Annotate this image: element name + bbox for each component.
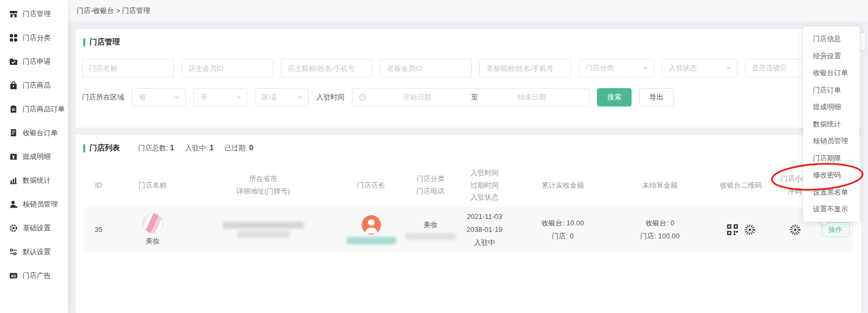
sidebar-item-store-category[interactable]: 门店分类	[0, 26, 68, 50]
sidebar-item-store-ads[interactable]: AD 门店广告	[0, 264, 68, 288]
main-content: 门店-收银台 > 门店管理 门店管理 门店分类 入驻状态	[68, 0, 868, 313]
chevron-down-icon	[726, 65, 731, 71]
redacted-address-line2	[238, 231, 289, 238]
redacted-manager-name	[347, 237, 396, 244]
select-placeholder: 市	[200, 92, 207, 102]
shopping-bag-icon	[9, 81, 18, 90]
person-icon	[9, 200, 18, 209]
action-dropdown-menu: 门店信息 经营设置 收银台订单 门店订单 提成明细 数据统计 核销员管理 门店期…	[803, 26, 859, 222]
cell-category: 美妆	[408, 219, 453, 239]
qr-code-icon[interactable]	[727, 224, 738, 236]
receipt-icon	[9, 129, 18, 137]
col-header-store-name: 门店名称	[113, 179, 192, 192]
redacted-phone	[406, 233, 456, 240]
select-placeholder: 入驻状态	[669, 63, 697, 73]
miniprogram-code-icon[interactable]	[744, 224, 756, 236]
chevron-down-icon	[643, 65, 648, 71]
ad-badge-icon: AD	[9, 271, 18, 280]
menu-item-change-password[interactable]: 修改密码	[803, 167, 859, 184]
cell-store-name: 美妆	[113, 213, 192, 247]
title-accent-bar	[83, 144, 85, 152]
stat-expired: 已过期:0	[225, 143, 253, 153]
menu-item-cashier-orders[interactable]: 收银台订单	[803, 64, 859, 82]
app-window: 门店管理 门店分类 门店申请 门店商品 门店商品订单 收银台订单 提成明细 数	[0, 0, 868, 313]
store-stats: 门店总数:1 入驻中:1 已过期:0	[138, 143, 253, 153]
unsettled-store: 门店: 100.00	[640, 231, 680, 242]
store-table: ID 门店名称 所在省市 详细地址(门牌号) 门店店长 门店分类 门店电话 入驻…	[84, 163, 853, 252]
city-select[interactable]: 市	[193, 88, 247, 106]
owner-nickname-input[interactable]	[281, 59, 372, 77]
expire-time: 2038-01-19	[466, 224, 503, 235]
store-avatar	[143, 213, 163, 234]
sidebar-item-store-goods[interactable]: 门店商品	[0, 74, 68, 97]
action-button[interactable]: 操作	[822, 222, 850, 237]
start-date-placeholder: 开始日期	[367, 92, 468, 102]
store-management-card: 门店管理 门店分类 入驻状态 是否连锁店	[76, 29, 861, 128]
redacted-address-line1	[223, 222, 304, 229]
sidebar-item-label: 核销员管理	[23, 199, 58, 209]
menu-item-business-setting[interactable]: 经营设置	[803, 48, 859, 65]
store-category-select[interactable]: 门店分类	[579, 59, 654, 77]
gear-icon	[9, 224, 18, 232]
table-row: 35 美妆 美妆	[84, 208, 853, 252]
menu-item-store-info[interactable]: 门店信息	[803, 30, 859, 48]
join-time: 2021-11-03	[467, 211, 503, 222]
sidebar-item-cashier-orders[interactable]: 收银台订单	[0, 121, 68, 145]
sidebar-item-label: 门店分类	[23, 33, 51, 43]
boss-nickname-input[interactable]	[479, 59, 571, 77]
boss-member-id-input[interactable]	[380, 59, 472, 77]
province-select[interactable]: 省	[132, 88, 186, 106]
sidebar-item-label: 门店申请	[23, 57, 51, 66]
owner-member-id-input[interactable]	[181, 59, 273, 77]
menu-item-statistics[interactable]: 数据统计	[803, 116, 859, 133]
menu-item-store-term[interactable]: 门店期限	[803, 150, 859, 167]
cell-time-status: 2021-11-03 2038-01-19 入驻中	[453, 211, 516, 248]
cell-unsettled-amount: 收银台: 0 门店: 100.00	[610, 218, 710, 242]
stat-active: 入驻中:1	[185, 143, 213, 153]
store-name-text: 美妆	[146, 236, 160, 247]
chevron-down-icon	[236, 95, 241, 100]
sidebar-item-label: 默认设置	[23, 247, 51, 257]
menu-item-set-blacklist[interactable]: 设置黑名单	[803, 184, 859, 201]
menu-item-commission[interactable]: 提成明细	[803, 98, 859, 116]
grid-icon	[9, 34, 18, 42]
select-placeholder: 省	[139, 92, 146, 102]
join-time-label: 入驻时间	[316, 92, 344, 102]
card-title: 门店管理	[90, 37, 120, 47]
table-header-row: ID 门店名称 所在省市 详细地址(门牌号) 门店店长 门店分类 门店电话 入驻…	[84, 163, 853, 208]
menu-item-set-hidden[interactable]: 设置不显示	[803, 201, 859, 218]
export-button[interactable]: 导出	[639, 88, 674, 106]
col-header-unsettled: 未结算金额	[610, 179, 710, 192]
sidebar-item-commission-detail[interactable]: 提成明细	[0, 145, 68, 169]
menu-item-store-orders[interactable]: 门店订单	[803, 82, 859, 99]
sidebar-item-clerk-management[interactable]: 核销员管理	[0, 192, 68, 216]
sidebar-item-store-goods-orders[interactable]: 门店商品订单	[0, 97, 68, 121]
miniprogram-code-icon[interactable]	[789, 224, 801, 236]
sidebar-item-label: 门店管理	[23, 9, 51, 19]
district-select[interactable]: 区/县	[255, 88, 309, 106]
col-header-id: ID	[84, 179, 113, 192]
sidebar-item-label: 提成明细	[23, 152, 51, 162]
store-list-card: 门店列表 门店总数:1 入驻中:1 已过期:0 ID 门店名称 所在省市 详细地…	[76, 135, 861, 313]
sidebar-item-store-application[interactable]: 门店申请	[0, 50, 68, 74]
cell-address	[192, 222, 335, 238]
date-separator: 至	[468, 92, 482, 102]
col-header-address: 所在省市 详细地址(门牌号)	[192, 173, 335, 198]
date-range-picker[interactable]: 开始日期 至 结束日期	[352, 88, 589, 106]
search-button[interactable]: 搜索	[597, 88, 632, 106]
store-name-input[interactable]	[82, 59, 174, 77]
sidebar-item-statistics[interactable]: 数据统计	[0, 169, 68, 192]
sidebar-item-default-settings[interactable]: 默认设置	[0, 240, 68, 264]
sidebar-item-store-management[interactable]: 门店管理	[0, 2, 68, 26]
clock-icon	[359, 94, 367, 101]
storefront-icon	[9, 10, 18, 18]
chevron-down-icon	[297, 95, 303, 100]
col-header-cashier-qr: 收银台二维码	[710, 179, 772, 192]
section-title-store-management: 门店管理	[76, 29, 861, 47]
clipboard-icon	[9, 105, 18, 114]
entry-status-select[interactable]: 入驻状态	[662, 59, 737, 77]
menu-item-clerk-management[interactable]: 核销员管理	[803, 132, 859, 150]
cell-action: 操作	[818, 222, 853, 237]
sidebar-item-basic-settings[interactable]: 基础设置	[0, 216, 68, 240]
cell-received-amount: 收银台: 10.00 门店: 0	[516, 218, 610, 242]
